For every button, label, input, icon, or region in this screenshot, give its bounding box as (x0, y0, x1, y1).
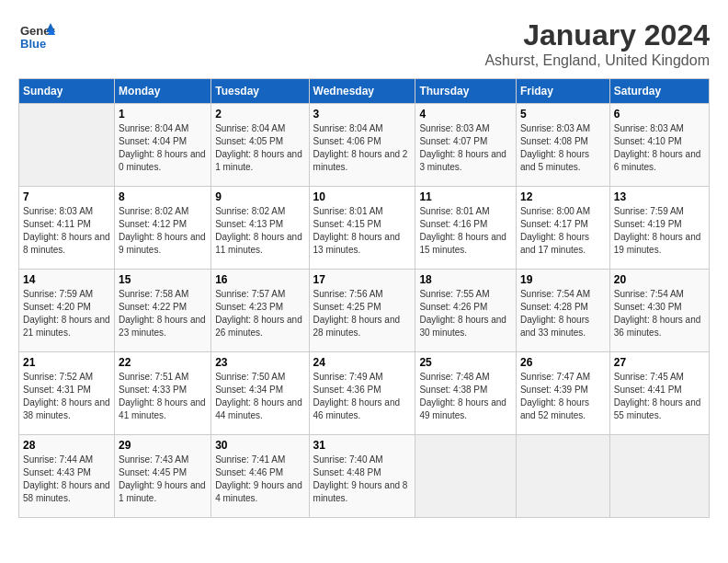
location-subtitle: Ashurst, England, United Kingdom (484, 52, 710, 69)
day-number: 23 (215, 356, 304, 369)
logo-graphic: General Blue (18, 18, 55, 59)
day-info: Sunrise: 7:55 AMSunset: 4:26 PMDaylight:… (419, 288, 512, 339)
calendar-cell: 28Sunrise: 7:44 AMSunset: 4:43 PMDayligh… (19, 435, 115, 518)
calendar-cell (415, 435, 517, 518)
day-number: 16 (215, 273, 304, 286)
day-info: Sunrise: 7:52 AMSunset: 4:31 PMDaylight:… (23, 371, 110, 422)
day-number: 27 (614, 356, 705, 369)
logo: General Blue (18, 18, 55, 59)
day-number: 19 (520, 273, 606, 286)
day-number: 30 (215, 439, 304, 452)
calendar-cell: 27Sunrise: 7:45 AMSunset: 4:41 PMDayligh… (609, 352, 709, 435)
day-info: Sunrise: 8:01 AMSunset: 4:15 PMDaylight:… (313, 205, 412, 257)
calendar-cell: 19Sunrise: 7:54 AMSunset: 4:28 PMDayligh… (516, 270, 609, 352)
day-header-saturday: Saturday (609, 79, 709, 104)
day-number: 17 (313, 273, 412, 286)
day-info: Sunrise: 8:00 AMSunset: 4:17 PMDaylight:… (520, 205, 606, 257)
calendar-cell: 29Sunrise: 7:43 AMSunset: 4:45 PMDayligh… (115, 435, 211, 518)
day-info: Sunrise: 8:03 AMSunset: 4:07 PMDaylight:… (419, 122, 512, 174)
day-info: Sunrise: 7:51 AMSunset: 4:33 PMDaylight:… (119, 371, 207, 422)
day-info: Sunrise: 8:04 AMSunset: 4:06 PMDaylight:… (313, 122, 412, 174)
day-number: 15 (119, 273, 207, 286)
calendar-cell (19, 104, 115, 187)
calendar-week-5: 28Sunrise: 7:44 AMSunset: 4:43 PMDayligh… (19, 435, 710, 518)
day-number: 14 (23, 273, 110, 286)
day-info: Sunrise: 8:03 AMSunset: 4:08 PMDaylight:… (520, 122, 606, 174)
calendar-week-2: 7Sunrise: 8:03 AMSunset: 4:11 PMDaylight… (19, 187, 710, 270)
header: General Blue January 2024 Ashurst, Engla… (18, 18, 710, 69)
calendar-cell: 18Sunrise: 7:55 AMSunset: 4:26 PMDayligh… (415, 270, 517, 352)
calendar-cell: 30Sunrise: 7:41 AMSunset: 4:46 PMDayligh… (211, 435, 309, 518)
day-info: Sunrise: 7:59 AMSunset: 4:20 PMDaylight:… (23, 288, 110, 339)
calendar-cell: 24Sunrise: 7:49 AMSunset: 4:36 PMDayligh… (309, 352, 415, 435)
calendar-cell: 3Sunrise: 8:04 AMSunset: 4:06 PMDaylight… (309, 104, 415, 187)
day-number: 26 (520, 356, 606, 369)
day-info: Sunrise: 7:43 AMSunset: 4:45 PMDaylight:… (119, 454, 207, 505)
day-number: 5 (520, 108, 606, 121)
header-row: SundayMondayTuesdayWednesdayThursdayFrid… (19, 79, 710, 104)
calendar-cell: 21Sunrise: 7:52 AMSunset: 4:31 PMDayligh… (19, 352, 115, 435)
calendar-cell: 6Sunrise: 8:03 AMSunset: 4:10 PMDaylight… (609, 104, 709, 187)
day-header-sunday: Sunday (19, 79, 115, 104)
day-number: 4 (419, 108, 512, 121)
day-number: 20 (614, 273, 705, 286)
day-number: 31 (313, 439, 412, 452)
calendar-cell: 8Sunrise: 8:02 AMSunset: 4:12 PMDaylight… (115, 187, 211, 270)
calendar-cell: 7Sunrise: 8:03 AMSunset: 4:11 PMDaylight… (19, 187, 115, 270)
calendar-cell: 17Sunrise: 7:56 AMSunset: 4:25 PMDayligh… (309, 270, 415, 352)
day-number: 2 (215, 108, 304, 121)
calendar-cell: 13Sunrise: 7:59 AMSunset: 4:19 PMDayligh… (609, 187, 709, 270)
day-number: 24 (313, 356, 412, 369)
day-info: Sunrise: 7:40 AMSunset: 4:48 PMDaylight:… (313, 454, 412, 505)
day-number: 10 (313, 190, 412, 203)
calendar-cell: 9Sunrise: 8:02 AMSunset: 4:13 PMDaylight… (211, 187, 309, 270)
day-info: Sunrise: 7:59 AMSunset: 4:19 PMDaylight:… (614, 205, 705, 257)
day-info: Sunrise: 7:54 AMSunset: 4:30 PMDaylight:… (614, 288, 705, 339)
day-info: Sunrise: 7:50 AMSunset: 4:34 PMDaylight:… (215, 371, 304, 422)
month-title: January 2024 (484, 18, 710, 52)
day-header-friday: Friday (516, 79, 609, 104)
day-header-wednesday: Wednesday (309, 79, 415, 104)
calendar-cell: 4Sunrise: 8:03 AMSunset: 4:07 PMDaylight… (415, 104, 517, 187)
calendar-table: SundayMondayTuesdayWednesdayThursdayFrid… (18, 78, 710, 518)
calendar-cell: 15Sunrise: 7:58 AMSunset: 4:22 PMDayligh… (115, 270, 211, 352)
calendar-cell: 1Sunrise: 8:04 AMSunset: 4:04 PMDaylight… (115, 104, 211, 187)
day-number: 9 (215, 190, 304, 203)
calendar-week-4: 21Sunrise: 7:52 AMSunset: 4:31 PMDayligh… (19, 352, 710, 435)
day-info: Sunrise: 7:56 AMSunset: 4:25 PMDaylight:… (313, 288, 412, 339)
calendar-week-3: 14Sunrise: 7:59 AMSunset: 4:20 PMDayligh… (19, 270, 710, 352)
calendar-cell: 26Sunrise: 7:47 AMSunset: 4:39 PMDayligh… (516, 352, 609, 435)
day-number: 21 (23, 356, 110, 369)
day-number: 8 (119, 190, 207, 203)
day-info: Sunrise: 8:04 AMSunset: 4:04 PMDaylight:… (119, 122, 207, 174)
calendar-cell: 14Sunrise: 7:59 AMSunset: 4:20 PMDayligh… (19, 270, 115, 352)
day-info: Sunrise: 7:48 AMSunset: 4:38 PMDaylight:… (419, 371, 512, 422)
calendar-cell: 25Sunrise: 7:48 AMSunset: 4:38 PMDayligh… (415, 352, 517, 435)
day-header-thursday: Thursday (415, 79, 517, 104)
day-info: Sunrise: 7:47 AMSunset: 4:39 PMDaylight:… (520, 371, 606, 422)
day-info: Sunrise: 8:01 AMSunset: 4:16 PMDaylight:… (419, 205, 512, 257)
day-number: 3 (313, 108, 412, 121)
calendar-cell: 31Sunrise: 7:40 AMSunset: 4:48 PMDayligh… (309, 435, 415, 518)
calendar-cell: 22Sunrise: 7:51 AMSunset: 4:33 PMDayligh… (115, 352, 211, 435)
day-number: 1 (119, 108, 207, 121)
day-number: 28 (23, 439, 110, 452)
calendar-cell: 20Sunrise: 7:54 AMSunset: 4:30 PMDayligh… (609, 270, 709, 352)
day-info: Sunrise: 8:02 AMSunset: 4:13 PMDaylight:… (215, 205, 304, 257)
calendar-cell (609, 435, 709, 518)
calendar-cell: 16Sunrise: 7:57 AMSunset: 4:23 PMDayligh… (211, 270, 309, 352)
calendar-cell: 11Sunrise: 8:01 AMSunset: 4:16 PMDayligh… (415, 187, 517, 270)
day-info: Sunrise: 7:44 AMSunset: 4:43 PMDaylight:… (23, 454, 110, 505)
calendar-cell: 23Sunrise: 7:50 AMSunset: 4:34 PMDayligh… (211, 352, 309, 435)
day-number: 13 (614, 190, 705, 203)
day-info: Sunrise: 7:49 AMSunset: 4:36 PMDaylight:… (313, 371, 412, 422)
day-info: Sunrise: 7:41 AMSunset: 4:46 PMDaylight:… (215, 454, 304, 505)
day-number: 25 (419, 356, 512, 369)
svg-text:Blue: Blue (20, 37, 46, 51)
day-info: Sunrise: 8:03 AMSunset: 4:11 PMDaylight:… (23, 205, 110, 257)
calendar-cell: 5Sunrise: 8:03 AMSunset: 4:08 PMDaylight… (516, 104, 609, 187)
day-number: 22 (119, 356, 207, 369)
day-number: 12 (520, 190, 606, 203)
day-info: Sunrise: 7:54 AMSunset: 4:28 PMDaylight:… (520, 288, 606, 339)
day-header-tuesday: Tuesday (211, 79, 309, 104)
